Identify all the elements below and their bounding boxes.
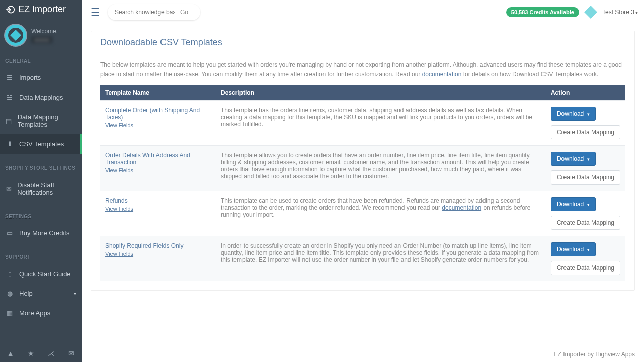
table-row: RefundsView Fields This template can be …	[100, 191, 625, 236]
template-desc: This template has the orders line items,…	[216, 101, 546, 146]
view-fields-link[interactable]: View Fields	[105, 167, 211, 173]
create-mapping-button[interactable]: Create Data Mapping	[551, 216, 620, 230]
documentation-link[interactable]: documentation	[442, 204, 481, 211]
col-description: Description	[216, 85, 546, 101]
download-button[interactable]: Download ▾	[551, 197, 596, 211]
search-go-button[interactable]: Go	[175, 6, 193, 19]
avatar[interactable]	[4, 24, 27, 47]
template-desc: This template can be used to create orde…	[216, 191, 546, 236]
caret-down-icon: ▾	[587, 202, 590, 207]
caret-down-icon: ▾	[587, 247, 590, 252]
sidebar: EZ Importer Welcome, xxxxx GENERAL ☰Impo…	[0, 0, 82, 362]
page-title: Downloadable CSV Templates	[91, 31, 634, 54]
chevron-down-icon: ▾	[74, 291, 76, 296]
mail-icon: ✉	[5, 185, 12, 193]
credits-badge[interactable]: 50,583 Credits Available	[506, 7, 579, 17]
template-desc: In order to successfully create an order…	[216, 236, 546, 282]
sidebar-item-label: Buy More Credits	[19, 229, 69, 237]
user-welcome: Welcome, xxxxx	[0, 19, 82, 56]
sidebar-item-csv-templates[interactable]: ⬇CSV Templates	[0, 134, 82, 154]
sidebar-heading-shopify: SHOPIFY STORE SETTINGS	[0, 163, 82, 175]
create-mapping-button[interactable]: Create Data Mapping	[551, 125, 620, 139]
list-icon: ☰	[5, 74, 14, 81]
app-name: EZ Importer	[18, 4, 66, 15]
star-icon[interactable]: ★	[28, 349, 34, 357]
book-icon: ▯	[5, 270, 14, 278]
sidebar-item-label: Imports	[19, 74, 41, 81]
main-content: Downloadable CSV Templates The below tem…	[82, 24, 644, 346]
download-button[interactable]: Download ▾	[551, 242, 596, 256]
download-label: Download	[557, 201, 584, 208]
documentation-link[interactable]: documentation	[422, 71, 462, 78]
create-mapping-button[interactable]: Create Data Mapping	[551, 261, 620, 275]
caret-down-icon: ▾	[587, 112, 590, 117]
card-icon: ▭	[5, 229, 14, 237]
template-desc: This template allows you to create order…	[216, 146, 546, 191]
search-box: Go	[108, 4, 200, 20]
view-fields-link[interactable]: View Fields	[105, 206, 211, 212]
sidebar-item-data-mappings[interactable]: ☱Data Mappings	[0, 87, 82, 107]
chevron-down-icon: ▾	[635, 10, 638, 15]
sidebar-item-help[interactable]: ◍Help▾	[0, 284, 82, 303]
caret-down-icon: ▾	[587, 157, 590, 162]
search-input[interactable]	[115, 9, 175, 16]
sidebar-item-imports[interactable]: ☰Imports	[0, 68, 82, 87]
template-name: Shopify Required Fields Only	[105, 242, 183, 249]
view-fields-link[interactable]: View Fields	[105, 122, 211, 128]
download-button[interactable]: Download ▾	[551, 152, 596, 166]
col-action: Action	[546, 85, 625, 101]
store-selector[interactable]: Test Store 3▾	[602, 9, 638, 16]
templates-table: Template Name Description Action Complet…	[100, 85, 625, 281]
table-row: Complete Order (with Shipping And Taxes)…	[100, 101, 625, 146]
sidebar-item-label: Disable Staff Notifications	[17, 181, 76, 196]
sidebar-item-label: Data Mappings	[19, 94, 63, 101]
download-label: Download	[557, 246, 584, 253]
col-template-name: Template Name	[100, 85, 216, 101]
sidebar-item-more-apps[interactable]: ▦More Apps	[0, 303, 82, 323]
template-name: Refunds	[105, 197, 128, 204]
grid-icon: ▦	[5, 309, 14, 317]
download-label: Download	[557, 110, 584, 117]
create-mapping-button[interactable]: Create Data Mapping	[551, 170, 620, 185]
panel: Downloadable CSV Templates The below tem…	[91, 31, 635, 291]
envelope-icon[interactable]: ✉	[68, 349, 74, 357]
sidebar-footer: ▲ ★ ⋌ ✉	[0, 344, 82, 362]
sidebar-heading-support: SUPPORT	[0, 252, 82, 264]
sliders-icon: ☱	[5, 94, 14, 101]
view-fields-link[interactable]: View Fields	[105, 251, 211, 257]
download-button[interactable]: Download ▾	[551, 107, 596, 121]
sidebar-item-label: Help	[19, 290, 33, 297]
template-icon: ▤	[5, 117, 13, 125]
intro-text: The below templates are meant to help yo…	[100, 60, 625, 79]
sidebar-item-disable-notif[interactable]: ✉Disable Staff Notifications	[0, 175, 82, 202]
login-icon	[5, 5, 15, 15]
menu-toggle[interactable]: ☰	[88, 6, 103, 18]
footer-text: EZ Importer by Highview Apps	[554, 351, 635, 358]
rss-icon[interactable]: ⋌	[48, 349, 55, 357]
sidebar-item-dm-templates[interactable]: ▤Data Mapping Templates	[0, 107, 82, 134]
sidebar-item-label: More Apps	[19, 309, 50, 317]
template-name: Order Details With Address And Transacti…	[105, 152, 190, 166]
footer: EZ Importer by Highview Apps	[82, 346, 644, 362]
store-name: Test Store 3	[602, 9, 634, 16]
topbar: ☰ Go 50,583 Credits Available Test Store…	[82, 0, 644, 24]
app-logo[interactable]: EZ Importer	[0, 0, 82, 19]
table-row: Order Details With Address And Transacti…	[100, 146, 625, 191]
download-icon: ⬇	[5, 140, 14, 148]
globe-icon: ◍	[5, 290, 14, 297]
sidebar-item-label: Data Mapping Templates	[18, 113, 76, 128]
bag-icon[interactable]: ▲	[7, 349, 14, 357]
table-row: Shopify Required Fields OnlyView Fields …	[100, 236, 625, 282]
sidebar-heading-general: GENERAL	[0, 56, 82, 68]
welcome-label: Welcome,	[31, 28, 58, 35]
sidebar-item-label: CSV Templates	[19, 140, 64, 148]
store-icon	[584, 6, 597, 19]
sidebar-item-quick-start[interactable]: ▯Quick Start Guide	[0, 264, 82, 284]
sidebar-item-label: Quick Start Guide	[19, 270, 71, 278]
intro-part-b: for details on how Download CSV Template…	[461, 71, 598, 78]
sidebar-item-buy-credits[interactable]: ▭Buy More Credits	[0, 223, 82, 243]
user-name-masked: xxxxx	[31, 36, 52, 43]
sidebar-heading-settings: SETTINGS	[0, 211, 82, 223]
download-label: Download	[557, 155, 584, 162]
template-name: Complete Order (with Shipping And Taxes)	[105, 107, 200, 121]
